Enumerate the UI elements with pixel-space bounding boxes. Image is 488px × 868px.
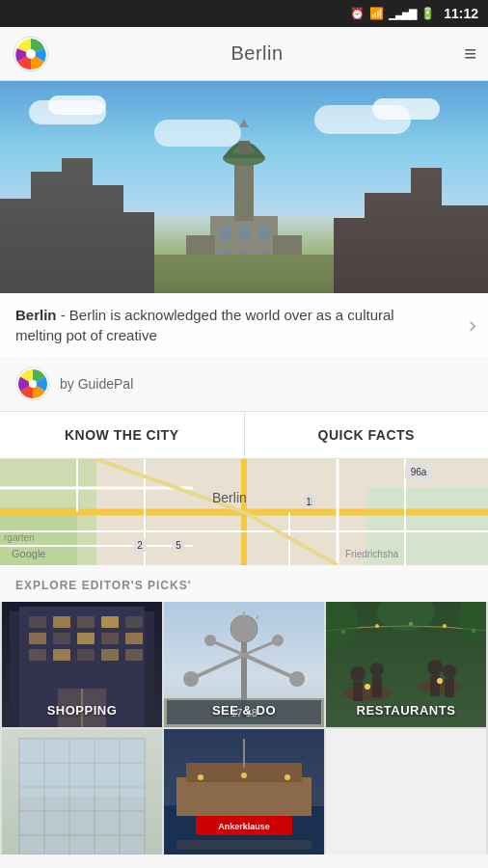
time-display: 11:12	[444, 6, 478, 21]
svg-rect-58	[101, 616, 119, 628]
svg-rect-55	[29, 616, 46, 628]
hero-image	[0, 81, 488, 293]
battery-icon: 🔋	[420, 7, 435, 20]
bottom-left-image	[2, 729, 162, 854]
svg-rect-60	[29, 633, 46, 644]
grid-item-restaurants[interactable]: RESTAURANTS	[326, 602, 486, 727]
svg-point-105	[443, 624, 447, 628]
tab-quick-facts[interactable]: QUICK FACTS	[245, 412, 489, 458]
svg-rect-97	[430, 675, 440, 696]
see-do-label: SEE & DO	[164, 703, 324, 718]
svg-rect-124	[176, 777, 312, 816]
description-text: Berlin - Berlin is acknowledged the worl…	[15, 305, 440, 345]
svg-rect-65	[29, 649, 46, 661]
svg-point-92	[350, 666, 366, 682]
svg-text:Ankerklause: Ankerklause	[218, 822, 270, 831]
cloud-4	[372, 98, 440, 120]
grid-item-bottom-right[interactable]	[326, 729, 486, 854]
svg-point-96	[427, 660, 443, 675]
svg-point-84	[272, 635, 284, 646]
svg-rect-9	[234, 158, 254, 221]
svg-rect-62	[77, 633, 95, 644]
bottom-mid-image: Ankerklause	[164, 729, 324, 854]
author-row: by GuidePal	[0, 357, 488, 412]
svg-rect-63	[101, 633, 119, 644]
svg-point-81	[183, 671, 199, 687]
svg-text:Friedrichsha: Friedrichsha	[345, 549, 398, 559]
restaurants-label: RESTAURANTS	[326, 703, 486, 718]
svg-rect-121	[19, 739, 145, 797]
shopping-label: SHOPPING	[2, 703, 162, 718]
svg-point-103	[375, 624, 379, 628]
wifi-icon: 📶	[369, 7, 384, 20]
author-logo	[15, 366, 50, 401]
svg-point-128	[198, 774, 203, 780]
svg-point-98	[443, 665, 456, 678]
grid-item-bottom-mid[interactable]: Ankerklause	[164, 729, 324, 854]
map-svg: 1 1 2 5 96a Berlin Google rgarten Friedr…	[0, 459, 488, 565]
explore-grid: SHOPPING	[0, 602, 488, 854]
svg-rect-59	[125, 616, 143, 628]
status-bar: ⏰ 📶 ▁▃▅▇ 🔋 11:12	[0, 0, 488, 27]
svg-rect-13	[238, 141, 250, 154]
svg-text:rgarten: rgarten	[4, 532, 35, 543]
description-overlay[interactable]: Berlin - Berlin is acknowledged the worl…	[0, 293, 488, 357]
grid-item-bottom-left[interactable]	[2, 729, 162, 854]
author-name: by GuidePal	[60, 376, 133, 392]
svg-rect-132	[176, 840, 312, 850]
svg-point-21	[29, 380, 37, 388]
svg-point-130	[285, 774, 290, 780]
svg-rect-66	[53, 649, 70, 661]
svg-rect-99	[445, 678, 454, 697]
explore-header: EXPLORE EDITOR'S PICKS'	[0, 565, 488, 602]
svg-point-76	[230, 615, 258, 642]
svg-point-83	[204, 635, 216, 646]
svg-point-82	[289, 671, 305, 687]
map-section[interactable]: 1 1 2 5 96a Berlin Google rgarten Friedr…	[0, 459, 488, 565]
svg-text:1: 1	[306, 497, 312, 507]
svg-rect-93	[353, 682, 363, 701]
svg-marker-12	[239, 120, 249, 127]
signal-icon: ▁▃▅▇	[389, 8, 416, 20]
cloud-2	[48, 95, 106, 115]
grid-item-shopping[interactable]: SHOPPING	[2, 602, 162, 727]
svg-point-94	[370, 663, 384, 676]
tab-know-city[interactable]: KNOW THE CITY	[0, 412, 245, 458]
svg-text:5: 5	[176, 540, 181, 551]
svg-rect-67	[77, 649, 95, 661]
svg-rect-5	[258, 226, 270, 241]
svg-rect-68	[101, 649, 119, 661]
alarm-icon: ⏰	[350, 7, 365, 20]
svg-point-101	[437, 678, 443, 684]
svg-rect-95	[372, 676, 382, 697]
svg-text:96a: 96a	[411, 467, 427, 477]
grid-item-see-do[interactable]: 17 18 SEE & DO	[164, 602, 324, 727]
explore-header-label: EXPLORE EDITOR'S PICKS'	[15, 579, 192, 592]
svg-text:Berlin: Berlin	[212, 490, 247, 505]
menu-button[interactable]: ≡	[464, 43, 476, 65]
tabs: KNOW THE CITY QUICK FACTS	[0, 412, 488, 459]
chevron-right-icon[interactable]: ›	[469, 312, 476, 339]
page-title: Berlin	[50, 42, 464, 65]
svg-rect-3	[220, 226, 231, 241]
app-logo	[12, 35, 50, 73]
svg-point-100	[365, 684, 370, 690]
svg-rect-57	[77, 616, 95, 628]
svg-rect-64	[125, 633, 143, 644]
svg-rect-61	[53, 633, 70, 644]
svg-rect-56	[53, 616, 70, 628]
svg-rect-69	[125, 649, 143, 661]
svg-rect-4	[239, 226, 251, 241]
svg-point-1	[26, 49, 36, 59]
svg-point-129	[241, 773, 247, 778]
svg-text:2: 2	[137, 540, 143, 551]
app-bar: Berlin ≡	[0, 27, 488, 81]
status-icons: ⏰ 📶 ▁▃▅▇ 🔋 11:12	[350, 6, 478, 21]
svg-text:Google: Google	[12, 548, 45, 559]
